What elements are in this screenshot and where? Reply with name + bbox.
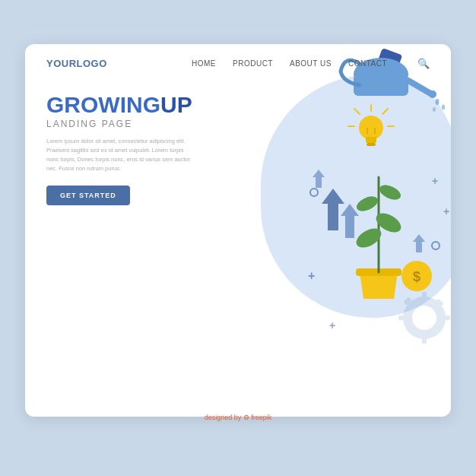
hero-section: GROWINGUP LANDING PAGE Lorem ipsum dolor…: [25, 69, 451, 205]
hero-title: GROWINGUP: [46, 92, 430, 117]
svg-marker-32: [413, 234, 425, 252]
nav-home[interactable]: HOME: [192, 59, 216, 68]
svg-point-36: [412, 306, 436, 330]
svg-text:$: $: [413, 269, 420, 284]
navbar: YOURLOGO HOME PRODUCT ABOUT US CONTACT 🔍: [25, 44, 451, 69]
nav-links: HOME PRODUCT ABOUT US CONTACT 🔍: [192, 58, 430, 69]
search-icon[interactable]: 🔍: [417, 58, 430, 69]
svg-rect-38: [422, 336, 427, 344]
svg-rect-40: [443, 316, 450, 320]
hero-description: Lorem ipsum dolor sit amet, consectetur …: [46, 137, 191, 173]
hero-subtitle: LANDING PAGE: [46, 119, 430, 129]
nav-contact[interactable]: CONTACT: [348, 59, 387, 68]
hero-title-up: UP: [160, 92, 192, 117]
svg-marker-30: [341, 204, 359, 238]
svg-text:+: +: [329, 319, 335, 332]
cta-button[interactable]: GET STARTED: [46, 186, 130, 205]
svg-marker-22: [360, 272, 398, 299]
svg-text:+: +: [308, 269, 315, 282]
freepik-icon: ⚙: [243, 414, 249, 421]
hero-title-growing: GROWING: [46, 92, 160, 117]
footer-brand: freepik: [251, 414, 271, 421]
nav-about[interactable]: ABOUT US: [290, 59, 332, 68]
landing-page-card: YOURLOGO HOME PRODUCT ABOUT US CONTACT 🔍: [25, 44, 451, 417]
hero-left: GROWINGUP LANDING PAGE Lorem ipsum dolor…: [46, 83, 430, 205]
logo: YOURLOGO: [46, 58, 107, 69]
svg-point-48: [432, 242, 440, 249]
footer-text: designed by: [205, 414, 242, 421]
footer: designed by ⚙ freepik: [0, 414, 476, 421]
svg-text:+: +: [443, 205, 449, 217]
svg-rect-39: [398, 316, 406, 320]
svg-rect-37: [422, 292, 427, 300]
nav-product[interactable]: PRODUCT: [233, 59, 273, 68]
